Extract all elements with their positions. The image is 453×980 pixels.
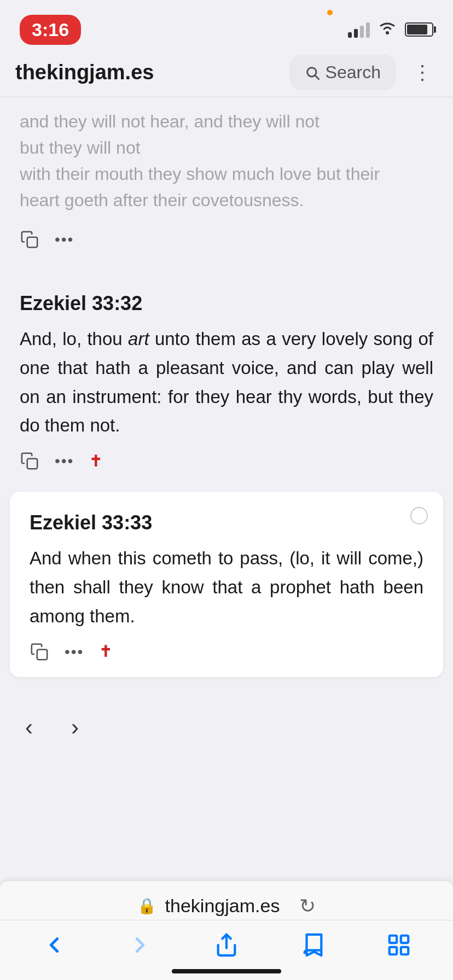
more-options-button[interactable]: ⋮: [407, 56, 438, 90]
prev-chapter-button[interactable]: ‹: [20, 709, 38, 746]
next-chapter-button[interactable]: ›: [66, 709, 84, 746]
bookmarks-button[interactable]: [300, 932, 326, 958]
tabs-button[interactable]: [386, 932, 411, 958]
verse2-radio[interactable]: [410, 507, 428, 524]
verse2-copy-icon[interactable]: [30, 642, 49, 662]
faded-line2: but they will not: [20, 135, 433, 161]
url-domain: thekingjam.es: [165, 895, 280, 917]
verse1-copy-icon[interactable]: [20, 451, 39, 471]
svg-point-0: [386, 31, 389, 34]
browser-nav-bar: thekingjam.es Search ⋮: [0, 48, 453, 97]
search-button[interactable]: Search: [289, 55, 396, 90]
svg-rect-4: [27, 459, 37, 469]
share-button[interactable]: [214, 932, 239, 958]
svg-rect-9: [390, 947, 397, 954]
search-icon: [305, 65, 320, 80]
lock-icon: 🔒: [137, 897, 156, 915]
svg-rect-5: [37, 649, 47, 659]
reload-button[interactable]: ↻: [299, 895, 316, 918]
faded-verse-block: and they will not hear, and they will no…: [0, 97, 453, 219]
chapter-navigation: ‹ ›: [0, 687, 453, 768]
verse1-text: And, lo, thou art unto them as a very lo…: [20, 325, 433, 440]
back-button[interactable]: [42, 932, 67, 958]
verse-block-1: Ezekiel 33:32 And, lo, thou art unto the…: [0, 277, 453, 482]
verse1-title: Ezekiel 33:32: [20, 292, 433, 315]
time-display: 3:16: [20, 15, 81, 45]
options-dots-icon[interactable]: •••: [55, 231, 74, 248]
status-bar: 3:16: [0, 0, 453, 48]
verse1-text-italic: art: [128, 329, 149, 349]
verse1-options-icon[interactable]: •••: [55, 452, 74, 470]
verse2-actions: ••• ✝: [30, 642, 423, 662]
verse1-text-before: And, lo, thou: [20, 329, 128, 349]
verse2-text: And when this cometh to pass, (lo, it wi…: [30, 544, 423, 631]
svg-rect-10: [401, 947, 408, 954]
url-bar-content: 🔒 thekingjam.es ↻: [137, 895, 316, 918]
wifi-icon: [378, 20, 397, 39]
faded-line3: with their mouth they show much love but…: [20, 161, 433, 187]
verse-block-2-highlight[interactable]: Ezekiel 33:33 And when this cometh to pa…: [10, 492, 443, 676]
verse2-options-icon[interactable]: •••: [65, 643, 84, 661]
battery-icon: [405, 22, 433, 37]
svg-rect-8: [401, 935, 408, 942]
search-label: Search: [326, 62, 381, 83]
copy-icon[interactable]: [20, 230, 39, 249]
verse2-cross-icon[interactable]: ✝: [99, 643, 112, 661]
forward-button[interactable]: [127, 932, 153, 958]
verse1-cross-icon[interactable]: ✝: [89, 452, 102, 470]
svg-rect-3: [27, 237, 37, 247]
verse1-actions: ••• ✝: [20, 451, 433, 471]
site-title: thekingjam.es: [15, 61, 278, 84]
svg-rect-7: [390, 935, 397, 942]
faded-verse-actions: •••: [0, 230, 453, 249]
faded-line1: and they will not hear, and they will no…: [20, 108, 433, 135]
svg-line-2: [315, 75, 318, 79]
page-content: and they will not hear, and they will no…: [0, 97, 453, 768]
verse2-title: Ezekiel 33:33: [30, 511, 423, 534]
signal-dot: [327, 10, 333, 15]
home-indicator: [172, 969, 281, 973]
status-icons: [348, 20, 433, 39]
signal-bars-icon: [348, 21, 370, 38]
faded-line4: heart goeth after their covetousness.: [20, 187, 433, 213]
